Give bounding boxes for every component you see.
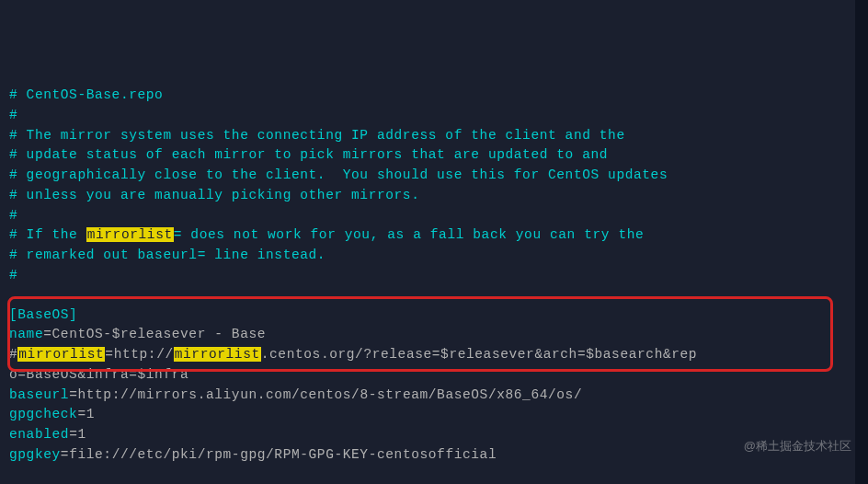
value: CentOS-$releasever - Base — [52, 327, 267, 341]
value: file:///etc/pki/rpm-gpg/RPM-GPG-KEY-cent… — [69, 447, 497, 462]
config-line-baseurl: baseurl=http://mirrors.aliyun.com/centos… — [9, 386, 859, 406]
comment-line: # The mirror system uses the connecting … — [9, 126, 859, 146]
comment-line: # If the mirrorlist= does not work for y… — [9, 225, 859, 246]
blank-line — [9, 466, 859, 485]
config-line-gpgcheck: gpgcheck=1 — [9, 405, 859, 425]
search-highlight: mirrorlist — [174, 347, 261, 362]
comment-line: # — [9, 106, 859, 126]
equals: = — [43, 327, 51, 341]
text: # If the — [9, 227, 86, 242]
key: enabled — [9, 427, 69, 442]
hash: # — [9, 347, 17, 362]
comment-line: # update status of each mirror to pick m… — [9, 145, 859, 166]
config-line-mirrorlist-wrap: o=BaseOS&infra=$infra — [9, 365, 859, 386]
section-header: [BaseOS] — [9, 305, 859, 326]
text: = does not work for you, as a fall back … — [174, 227, 645, 242]
comment-line: # CentOS-Base.repo — [9, 86, 859, 106]
key: baseurl — [9, 387, 69, 402]
search-highlight: mirrorlist — [17, 347, 105, 362]
comment-line: # remarked out baseurl= line instead. — [9, 246, 859, 266]
comment-line: # — [9, 266, 859, 286]
watermark: @稀土掘金技术社区 — [744, 437, 851, 455]
comment-line: # — [9, 206, 859, 226]
comment-line: # geographically close to the client. Yo… — [9, 166, 859, 186]
value: 1 — [77, 427, 86, 442]
scrollbar[interactable] — [855, 0, 868, 484]
key: gpgkey — [9, 447, 61, 462]
text: .centos.org/?release=$releasever&arch=$b… — [261, 347, 697, 362]
config-line-enabled: enabled=1 — [9, 425, 859, 445]
config-line-mirrorlist: #mirrorlist=http://mirrorlist.centos.org… — [9, 345, 859, 365]
equals: = — [61, 447, 69, 462]
text: =http:// — [105, 347, 173, 362]
key: name — [9, 327, 43, 341]
value: 1 — [86, 407, 95, 421]
search-highlight: mirrorlist — [86, 227, 174, 242]
config-line-gpgkey: gpgkey=file:///etc/pki/rpm-gpg/RPM-GPG-K… — [9, 445, 859, 466]
key: gpgcheck — [9, 407, 77, 421]
terminal-editor-content[interactable]: # CentOS-Base.repo## The mirror system u… — [9, 86, 859, 484]
equals: = — [77, 407, 86, 421]
value: http://mirrors.aliyun.com/centos/8-strea… — [77, 387, 582, 402]
comment-line: # unless you are manually picking other … — [9, 186, 859, 206]
config-line-name: name=CentOS-$releasever - Base — [9, 325, 859, 345]
blank-line — [9, 286, 859, 305]
